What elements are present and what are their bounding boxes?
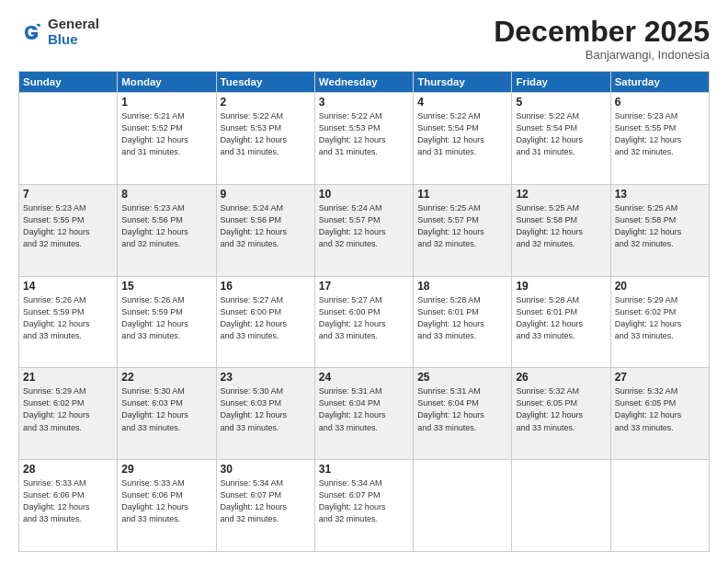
weekday-header-friday: Friday	[512, 72, 610, 93]
day-cell: 10Sunrise: 5:24 AM Sunset: 5:57 PM Dayli…	[314, 184, 413, 276]
day-info: Sunrise: 5:24 AM Sunset: 5:56 PM Dayligh…	[221, 202, 311, 250]
day-info: Sunrise: 5:25 AM Sunset: 5:58 PM Dayligh…	[516, 202, 606, 250]
day-cell: 28Sunrise: 5:33 AM Sunset: 6:06 PM Dayli…	[19, 460, 118, 552]
day-cell: 15Sunrise: 5:26 AM Sunset: 5:59 PM Dayli…	[118, 276, 216, 368]
weekday-row: SundayMondayTuesdayWednesdayThursdayFrid…	[19, 72, 710, 93]
day-cell: 6Sunrise: 5:23 AM Sunset: 5:55 PM Daylig…	[610, 93, 709, 185]
day-cell: 21Sunrise: 5:29 AM Sunset: 6:02 PM Dayli…	[19, 368, 118, 460]
weekday-header-tuesday: Tuesday	[216, 72, 314, 93]
weekday-header-monday: Monday	[118, 72, 216, 93]
day-info: Sunrise: 5:25 AM Sunset: 5:57 PM Dayligh…	[417, 202, 507, 250]
day-cell: 22Sunrise: 5:30 AM Sunset: 6:03 PM Dayli…	[118, 368, 216, 460]
day-number: 31	[319, 463, 409, 476]
day-number: 29	[121, 463, 211, 476]
day-info: Sunrise: 5:26 AM Sunset: 5:59 PM Dayligh…	[23, 294, 113, 342]
day-number: 23	[221, 371, 311, 384]
day-cell: 13Sunrise: 5:25 AM Sunset: 5:58 PM Dayli…	[610, 184, 709, 276]
logo-blue: Blue	[48, 31, 78, 47]
day-number: 17	[319, 280, 409, 293]
day-info: Sunrise: 5:33 AM Sunset: 6:06 PM Dayligh…	[23, 477, 113, 525]
day-number: 5	[516, 96, 606, 109]
day-number: 12	[516, 188, 606, 201]
header: General Blue December 2025 Banjarwangi, …	[18, 17, 710, 62]
day-number: 11	[417, 188, 507, 201]
day-cell: 1Sunrise: 5:21 AM Sunset: 5:52 PM Daylig…	[118, 93, 216, 185]
day-cell: 31Sunrise: 5:34 AM Sunset: 6:07 PM Dayli…	[314, 460, 413, 552]
day-number: 14	[23, 280, 113, 293]
calendar-body: 1Sunrise: 5:21 AM Sunset: 5:52 PM Daylig…	[19, 93, 710, 552]
day-cell: 5Sunrise: 5:22 AM Sunset: 5:54 PM Daylig…	[512, 93, 610, 185]
day-info: Sunrise: 5:29 AM Sunset: 6:02 PM Dayligh…	[23, 385, 113, 433]
day-cell: 30Sunrise: 5:34 AM Sunset: 6:07 PM Dayli…	[216, 460, 314, 552]
day-info: Sunrise: 5:30 AM Sunset: 6:03 PM Dayligh…	[121, 385, 211, 433]
day-number: 30	[221, 463, 311, 476]
day-info: Sunrise: 5:32 AM Sunset: 6:05 PM Dayligh…	[516, 385, 606, 433]
day-cell: 4Sunrise: 5:22 AM Sunset: 5:54 PM Daylig…	[414, 93, 512, 185]
day-cell: 8Sunrise: 5:23 AM Sunset: 5:56 PM Daylig…	[118, 184, 216, 276]
day-cell: 2Sunrise: 5:22 AM Sunset: 5:53 PM Daylig…	[216, 93, 314, 185]
day-info: Sunrise: 5:31 AM Sunset: 6:04 PM Dayligh…	[417, 385, 507, 433]
day-info: Sunrise: 5:22 AM Sunset: 5:54 PM Dayligh…	[516, 110, 606, 158]
day-cell: 26Sunrise: 5:32 AM Sunset: 6:05 PM Dayli…	[512, 368, 610, 460]
day-number: 25	[417, 371, 507, 384]
week-row-3: 14Sunrise: 5:26 AM Sunset: 5:59 PM Dayli…	[19, 276, 710, 368]
day-cell: 9Sunrise: 5:24 AM Sunset: 5:56 PM Daylig…	[216, 184, 314, 276]
week-row-4: 21Sunrise: 5:29 AM Sunset: 6:02 PM Dayli…	[19, 368, 710, 460]
day-number: 28	[23, 463, 113, 476]
day-info: Sunrise: 5:28 AM Sunset: 6:01 PM Dayligh…	[516, 294, 606, 342]
day-info: Sunrise: 5:23 AM Sunset: 5:55 PM Dayligh…	[23, 202, 113, 250]
day-info: Sunrise: 5:26 AM Sunset: 5:59 PM Dayligh…	[121, 294, 211, 342]
day-number: 1	[121, 96, 211, 109]
day-info: Sunrise: 5:24 AM Sunset: 5:57 PM Dayligh…	[319, 202, 409, 250]
day-cell: 23Sunrise: 5:30 AM Sunset: 6:03 PM Dayli…	[216, 368, 314, 460]
day-number: 2	[221, 96, 311, 109]
day-info: Sunrise: 5:33 AM Sunset: 6:06 PM Dayligh…	[121, 477, 211, 525]
day-cell: 3Sunrise: 5:22 AM Sunset: 5:53 PM Daylig…	[314, 93, 413, 185]
weekday-header-sunday: Sunday	[19, 72, 118, 93]
day-number: 21	[23, 371, 113, 384]
day-cell: 29Sunrise: 5:33 AM Sunset: 6:06 PM Dayli…	[118, 460, 216, 552]
day-number: 16	[221, 280, 311, 293]
day-number: 4	[417, 96, 507, 109]
day-cell: 16Sunrise: 5:27 AM Sunset: 6:00 PM Dayli…	[216, 276, 314, 368]
day-info: Sunrise: 5:27 AM Sunset: 6:00 PM Dayligh…	[319, 294, 409, 342]
calendar-header: SundayMondayTuesdayWednesdayThursdayFrid…	[19, 72, 710, 93]
day-info: Sunrise: 5:32 AM Sunset: 6:05 PM Dayligh…	[615, 385, 705, 433]
day-info: Sunrise: 5:22 AM Sunset: 5:54 PM Dayligh…	[417, 110, 507, 158]
day-number: 27	[615, 371, 705, 384]
day-cell: 20Sunrise: 5:29 AM Sunset: 6:02 PM Dayli…	[610, 276, 709, 368]
week-row-1: 1Sunrise: 5:21 AM Sunset: 5:52 PM Daylig…	[19, 93, 710, 185]
day-info: Sunrise: 5:27 AM Sunset: 6:00 PM Dayligh…	[221, 294, 311, 342]
day-info: Sunrise: 5:31 AM Sunset: 6:04 PM Dayligh…	[319, 385, 409, 433]
weekday-header-wednesday: Wednesday	[314, 72, 413, 93]
day-number: 26	[516, 371, 606, 384]
day-info: Sunrise: 5:34 AM Sunset: 6:07 PM Dayligh…	[319, 477, 409, 525]
day-cell	[19, 93, 118, 185]
day-cell: 18Sunrise: 5:28 AM Sunset: 6:01 PM Dayli…	[414, 276, 512, 368]
day-number: 13	[615, 188, 705, 201]
day-number: 8	[121, 188, 211, 201]
day-number: 15	[121, 280, 211, 293]
calendar: SundayMondayTuesdayWednesdayThursdayFrid…	[18, 71, 710, 552]
logo-icon	[18, 19, 44, 45]
page: General Blue December 2025 Banjarwangi, …	[0, 0, 728, 563]
location: Banjarwangi, Indonesia	[494, 48, 710, 62]
day-info: Sunrise: 5:29 AM Sunset: 6:02 PM Dayligh…	[615, 294, 705, 342]
day-cell	[512, 460, 610, 552]
week-row-2: 7Sunrise: 5:23 AM Sunset: 5:55 PM Daylig…	[19, 184, 710, 276]
day-cell: 27Sunrise: 5:32 AM Sunset: 6:05 PM Dayli…	[610, 368, 709, 460]
day-info: Sunrise: 5:22 AM Sunset: 5:53 PM Dayligh…	[319, 110, 409, 158]
day-number: 19	[516, 280, 606, 293]
logo-general: General	[48, 16, 99, 31]
logo-text: General Blue	[48, 17, 99, 47]
day-cell	[610, 460, 709, 552]
day-cell: 11Sunrise: 5:25 AM Sunset: 5:57 PM Dayli…	[414, 184, 512, 276]
day-cell: 25Sunrise: 5:31 AM Sunset: 6:04 PM Dayli…	[414, 368, 512, 460]
day-number: 18	[417, 280, 507, 293]
day-number: 22	[121, 371, 211, 384]
month-title: December 2025	[494, 17, 710, 46]
day-cell	[414, 460, 512, 552]
day-number: 7	[23, 188, 113, 201]
logo: General Blue	[18, 17, 99, 47]
day-info: Sunrise: 5:23 AM Sunset: 5:55 PM Dayligh…	[615, 110, 705, 158]
